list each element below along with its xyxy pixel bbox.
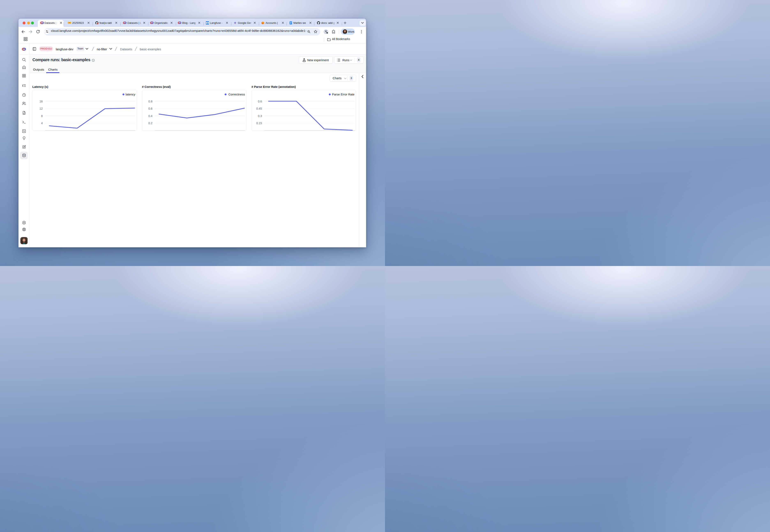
svg-text:0.3: 0.3 (258, 114, 262, 118)
svg-text:Parse Error Rate: Parse Error Rate (332, 93, 355, 96)
svg-text:0.8: 0.8 (148, 100, 152, 103)
svg-text:16: 16 (39, 100, 43, 103)
svg-text:12: 12 (39, 107, 43, 110)
svg-text:0.6: 0.6 (258, 100, 262, 103)
svg-text:0.15: 0.15 (256, 122, 262, 125)
svg-text:latency: latency (125, 93, 135, 96)
svg-text:Correctness: Correctness (228, 93, 245, 96)
svg-text:0.6: 0.6 (148, 107, 152, 110)
svg-text:0.45: 0.45 (256, 107, 262, 110)
svg-text:0.2: 0.2 (148, 122, 152, 125)
svg-text:8: 8 (41, 114, 43, 118)
svg-text:4: 4 (41, 122, 43, 125)
svg-text:0.4: 0.4 (148, 114, 152, 118)
